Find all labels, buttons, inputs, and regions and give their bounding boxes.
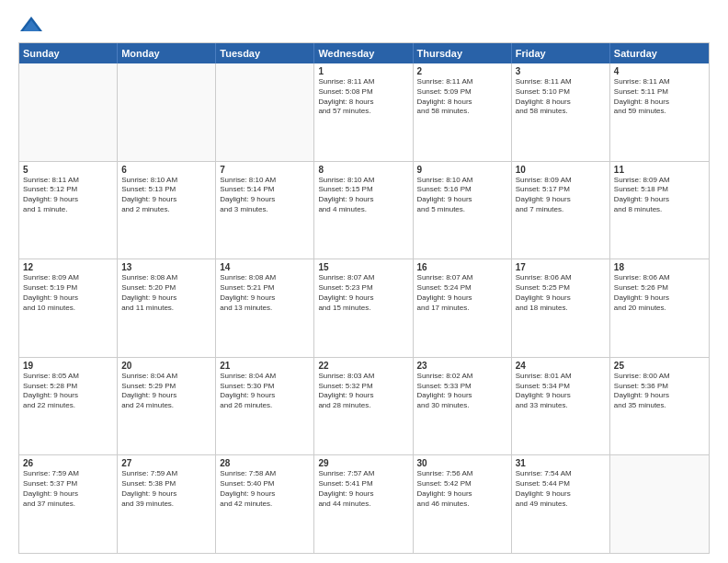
cal-cell-1-6: 11Sunrise: 8:09 AM Sunset: 5:18 PM Dayli… (610, 162, 709, 259)
cal-cell-3-5: 24Sunrise: 8:01 AM Sunset: 5:34 PM Dayli… (512, 358, 610, 455)
cal-cell-2-0: 12Sunrise: 8:09 AM Sunset: 5:19 PM Dayli… (19, 259, 118, 357)
cal-cell-0-5: 3Sunrise: 8:11 AM Sunset: 5:10 PM Daylig… (512, 63, 610, 161)
cell-details: Sunrise: 8:03 AM Sunset: 5:32 PM Dayligh… (318, 372, 408, 411)
cell-details: Sunrise: 8:00 AM Sunset: 5:36 PM Dayligh… (614, 372, 705, 411)
day-number: 22 (318, 361, 408, 371)
calendar-row-3: 19Sunrise: 8:05 AM Sunset: 5:28 PM Dayli… (19, 357, 709, 455)
cal-cell-1-2: 7Sunrise: 8:10 AM Sunset: 5:14 PM Daylig… (216, 162, 314, 259)
cal-cell-3-4: 23Sunrise: 8:02 AM Sunset: 5:33 PM Dayli… (414, 358, 512, 455)
day-number: 1 (318, 66, 408, 76)
cell-details: Sunrise: 8:11 AM Sunset: 5:12 PM Dayligh… (23, 176, 113, 215)
cal-cell-1-1: 6Sunrise: 8:10 AM Sunset: 5:13 PM Daylig… (118, 162, 216, 259)
cell-details: Sunrise: 8:05 AM Sunset: 5:28 PM Dayligh… (23, 372, 113, 411)
calendar-row-4: 26Sunrise: 7:59 AM Sunset: 5:37 PM Dayli… (19, 454, 709, 553)
cal-cell-2-3: 15Sunrise: 8:07 AM Sunset: 5:23 PM Dayli… (314, 259, 413, 357)
calendar: SundayMondayTuesdayWednesdayThursdayFrid… (18, 42, 710, 554)
calendar-row-2: 12Sunrise: 8:09 AM Sunset: 5:19 PM Dayli… (19, 259, 709, 357)
cal-cell-0-3: 1Sunrise: 8:11 AM Sunset: 5:08 PM Daylig… (314, 63, 413, 161)
header (18, 15, 710, 35)
day-number: 20 (121, 361, 211, 371)
cal-cell-4-1: 27Sunrise: 7:59 AM Sunset: 5:38 PM Dayli… (118, 455, 216, 553)
day-number: 14 (220, 262, 310, 272)
cal-cell-0-0 (19, 63, 118, 161)
calendar-row-1: 5Sunrise: 8:11 AM Sunset: 5:12 PM Daylig… (19, 161, 709, 259)
cal-cell-4-3: 29Sunrise: 7:57 AM Sunset: 5:41 PM Dayli… (314, 455, 413, 553)
cal-cell-3-2: 21Sunrise: 8:04 AM Sunset: 5:30 PM Dayli… (216, 358, 314, 455)
day-number: 23 (417, 361, 507, 371)
cal-cell-1-5: 10Sunrise: 8:09 AM Sunset: 5:17 PM Dayli… (512, 162, 610, 259)
cell-details: Sunrise: 8:11 AM Sunset: 5:10 PM Dayligh… (516, 77, 606, 117)
day-number: 24 (516, 361, 606, 371)
day-number: 27 (121, 458, 211, 468)
cal-cell-3-0: 19Sunrise: 8:05 AM Sunset: 5:28 PM Dayli… (19, 358, 118, 455)
cal-cell-2-6: 18Sunrise: 8:06 AM Sunset: 5:26 PM Dayli… (610, 259, 709, 357)
logo (18, 15, 48, 35)
cal-cell-0-4: 2Sunrise: 8:11 AM Sunset: 5:09 PM Daylig… (414, 63, 512, 161)
calendar-row-0: 1Sunrise: 8:11 AM Sunset: 5:08 PM Daylig… (19, 63, 709, 161)
day-number: 29 (318, 458, 408, 468)
cell-details: Sunrise: 8:11 AM Sunset: 5:11 PM Dayligh… (614, 77, 705, 117)
cell-details: Sunrise: 8:07 AM Sunset: 5:23 PM Dayligh… (318, 273, 408, 313)
cal-cell-1-3: 8Sunrise: 8:10 AM Sunset: 5:15 PM Daylig… (314, 162, 413, 259)
cal-cell-3-3: 22Sunrise: 8:03 AM Sunset: 5:32 PM Dayli… (314, 358, 413, 455)
cell-details: Sunrise: 7:54 AM Sunset: 5:44 PM Dayligh… (516, 469, 606, 509)
day-number: 3 (516, 66, 606, 76)
cell-details: Sunrise: 8:09 AM Sunset: 5:17 PM Dayligh… (516, 176, 606, 215)
day-number: 28 (220, 458, 310, 468)
cell-details: Sunrise: 8:01 AM Sunset: 5:34 PM Dayligh… (516, 372, 606, 411)
cal-cell-3-6: 25Sunrise: 8:00 AM Sunset: 5:36 PM Dayli… (610, 358, 709, 455)
cell-details: Sunrise: 8:10 AM Sunset: 5:13 PM Dayligh… (121, 176, 211, 215)
header-day-tuesday: Tuesday (216, 43, 314, 63)
cal-cell-2-5: 17Sunrise: 8:06 AM Sunset: 5:25 PM Dayli… (512, 259, 610, 357)
day-number: 7 (220, 165, 310, 175)
cell-details: Sunrise: 8:04 AM Sunset: 5:30 PM Dayligh… (220, 372, 310, 411)
cal-cell-4-4: 30Sunrise: 7:56 AM Sunset: 5:42 PM Dayli… (414, 455, 512, 553)
logo-icon (18, 15, 44, 35)
cal-cell-2-2: 14Sunrise: 8:08 AM Sunset: 5:21 PM Dayli… (216, 259, 314, 357)
day-number: 30 (417, 458, 507, 468)
cell-details: Sunrise: 8:04 AM Sunset: 5:29 PM Dayligh… (121, 372, 211, 411)
day-number: 10 (516, 165, 606, 175)
header-day-sunday: Sunday (19, 43, 118, 63)
cal-cell-0-6: 4Sunrise: 8:11 AM Sunset: 5:11 PM Daylig… (610, 63, 709, 161)
day-number: 6 (121, 165, 211, 175)
day-number: 16 (417, 262, 507, 272)
cell-details: Sunrise: 8:06 AM Sunset: 5:26 PM Dayligh… (614, 273, 705, 313)
cal-cell-2-4: 16Sunrise: 8:07 AM Sunset: 5:24 PM Dayli… (414, 259, 512, 357)
day-number: 9 (417, 165, 507, 175)
day-number: 12 (23, 262, 113, 272)
cell-details: Sunrise: 8:06 AM Sunset: 5:25 PM Dayligh… (516, 273, 606, 313)
day-number: 5 (23, 165, 113, 175)
cal-cell-4-6 (610, 455, 709, 553)
header-day-monday: Monday (118, 43, 216, 63)
cal-cell-0-2 (216, 63, 314, 161)
cell-details: Sunrise: 8:10 AM Sunset: 5:14 PM Dayligh… (220, 176, 310, 215)
day-number: 2 (417, 66, 507, 76)
header-day-friday: Friday (512, 43, 610, 63)
header-day-thursday: Thursday (414, 43, 512, 63)
day-number: 18 (614, 262, 705, 272)
day-number: 19 (23, 361, 113, 371)
day-number: 17 (516, 262, 606, 272)
cell-details: Sunrise: 8:09 AM Sunset: 5:19 PM Dayligh… (23, 273, 113, 313)
cell-details: Sunrise: 8:10 AM Sunset: 5:15 PM Dayligh… (318, 176, 408, 215)
cal-cell-2-1: 13Sunrise: 8:08 AM Sunset: 5:20 PM Dayli… (118, 259, 216, 357)
cal-cell-1-4: 9Sunrise: 8:10 AM Sunset: 5:16 PM Daylig… (414, 162, 512, 259)
header-day-saturday: Saturday (610, 43, 709, 63)
cell-details: Sunrise: 8:07 AM Sunset: 5:24 PM Dayligh… (417, 273, 507, 313)
day-number: 21 (220, 361, 310, 371)
cell-details: Sunrise: 7:56 AM Sunset: 5:42 PM Dayligh… (417, 469, 507, 509)
day-number: 13 (121, 262, 211, 272)
day-number: 15 (318, 262, 408, 272)
day-number: 26 (23, 458, 113, 468)
cal-cell-0-1 (118, 63, 216, 161)
cell-details: Sunrise: 7:57 AM Sunset: 5:41 PM Dayligh… (318, 469, 408, 509)
cell-details: Sunrise: 8:08 AM Sunset: 5:21 PM Dayligh… (220, 273, 310, 313)
calendar-header: SundayMondayTuesdayWednesdayThursdayFrid… (19, 43, 709, 63)
cal-cell-4-2: 28Sunrise: 7:58 AM Sunset: 5:40 PM Dayli… (216, 455, 314, 553)
cell-details: Sunrise: 7:59 AM Sunset: 5:37 PM Dayligh… (23, 469, 113, 509)
cell-details: Sunrise: 7:59 AM Sunset: 5:38 PM Dayligh… (121, 469, 211, 509)
calendar-body: 1Sunrise: 8:11 AM Sunset: 5:08 PM Daylig… (19, 63, 709, 553)
cal-cell-3-1: 20Sunrise: 8:04 AM Sunset: 5:29 PM Dayli… (118, 358, 216, 455)
cal-cell-4-5: 31Sunrise: 7:54 AM Sunset: 5:44 PM Dayli… (512, 455, 610, 553)
